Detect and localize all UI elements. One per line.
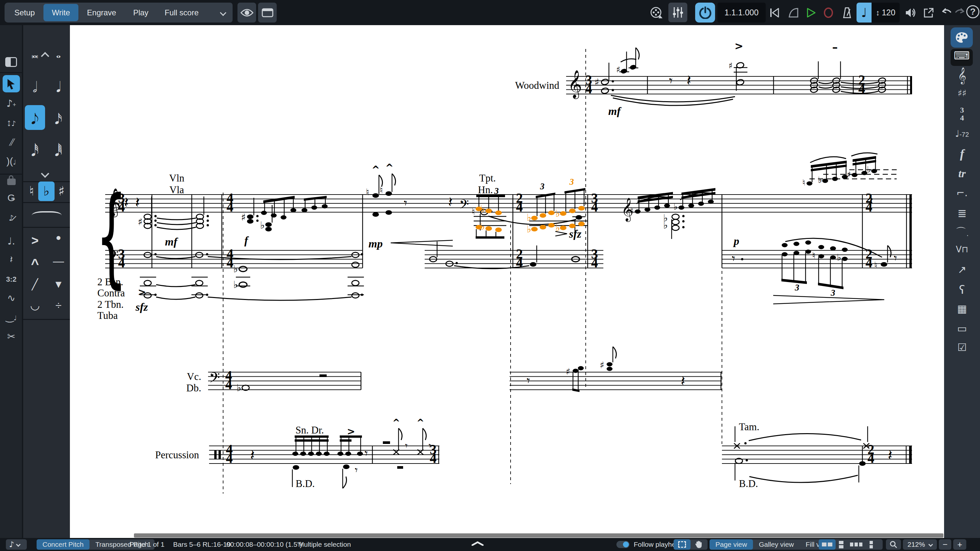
metronome-click-button[interactable] bbox=[840, 6, 853, 20]
scissors-button[interactable]: ✂ bbox=[0, 331, 22, 342]
rewind-button[interactable] bbox=[768, 6, 781, 19]
help-button[interactable]: ? bbox=[966, 5, 979, 18]
pitch-transform-button[interactable]: ↕♪ bbox=[0, 117, 22, 128]
rests-button[interactable]: 𝄽 bbox=[0, 254, 22, 265]
duration-half[interactable]: 𝅗𝅥 bbox=[33, 79, 37, 96]
layout-select[interactable]: Full score bbox=[158, 3, 232, 22]
percussion-notes[interactable]: 𝄽 > 𝄾 𝄾 ^ ^ 𝄾 𝄾 bbox=[250, 417, 431, 488]
spreads-vertical-button[interactable] bbox=[835, 539, 847, 550]
shorter-durations-chevron[interactable] bbox=[41, 170, 49, 178]
ties-button[interactable]: ‿♩ bbox=[0, 311, 22, 322]
play-button[interactable] bbox=[805, 6, 818, 19]
redo-button[interactable] bbox=[954, 6, 967, 19]
accidental-flat[interactable]: ♭ bbox=[43, 183, 50, 198]
spreads-horizontal-button[interactable] bbox=[819, 539, 835, 550]
rhythm-dot-button[interactable]: ♩. bbox=[0, 235, 22, 247]
note-display-menu[interactable]: ♪ bbox=[6, 539, 27, 550]
accidental-natural[interactable]: ♮ bbox=[29, 183, 34, 198]
tab-engrave[interactable]: Engrave bbox=[78, 4, 124, 21]
articulation-staccato[interactable]: • bbox=[56, 230, 61, 246]
panel-ornaments-button[interactable]: tr bbox=[944, 167, 980, 180]
note-input-button[interactable]: ♪+ bbox=[0, 98, 22, 109]
panel-time-signatures-button[interactable]: 34 bbox=[944, 106, 980, 122]
articulation-wedge[interactable]: ╱ bbox=[32, 278, 38, 291]
zoom-level-select[interactable]: 212% bbox=[903, 539, 937, 550]
duration-breve[interactable]: 𝅜 bbox=[32, 47, 38, 61]
hide-invisibles-button[interactable] bbox=[237, 3, 256, 22]
activate-project-button[interactable] bbox=[695, 3, 715, 22]
tuplets-button[interactable]: 3:2 bbox=[0, 275, 22, 284]
main-treble-high-run[interactable]: ♮ ♭ ♯ ♭ bbox=[802, 153, 897, 187]
dynamics[interactable]: mf mf f mp sfz > sfz p bbox=[135, 105, 884, 313]
articulation-tenuto[interactable]: — bbox=[53, 255, 64, 267]
tab-play[interactable]: Play bbox=[125, 4, 157, 21]
panels-button[interactable] bbox=[258, 3, 277, 22]
panel-key-signatures-button[interactable]: ♯♯ bbox=[944, 88, 980, 98]
panel-repeats-button[interactable]: ⌐. bbox=[944, 187, 980, 198]
panel-clefs-button[interactable]: 𝄞 bbox=[944, 67, 980, 84]
galley-view-button[interactable]: Galley view bbox=[753, 539, 800, 550]
panel-holds-button[interactable]: ⌒. bbox=[944, 225, 980, 240]
pages-vertical-button[interactable] bbox=[865, 539, 877, 550]
undo-button[interactable] bbox=[940, 6, 953, 19]
slur-button[interactable] bbox=[32, 211, 62, 220]
panel-toggle-icon[interactable] bbox=[5, 57, 17, 67]
duration-eighth[interactable]: 𝅘𝅥𝅮 bbox=[31, 111, 39, 128]
panel-tempo-button[interactable]: ♩-72 bbox=[944, 128, 980, 139]
panel-keyboard-button[interactable]: ⌨ bbox=[951, 49, 973, 66]
articulation-tenuto-staccato[interactable]: ÷ bbox=[56, 299, 62, 312]
panel-dynamics-button[interactable]: f bbox=[944, 146, 980, 161]
ornaments-button[interactable]: ∿ bbox=[0, 292, 22, 303]
video-button[interactable] bbox=[649, 6, 664, 20]
duration-sixteenth[interactable]: 𝅘𝅥𝅯 bbox=[55, 111, 62, 128]
articulation-marcato[interactable]: ^ bbox=[31, 256, 39, 272]
follow-playhead-toggle[interactable] bbox=[616, 541, 630, 548]
panel-bars-button[interactable]: ≣ bbox=[944, 206, 980, 220]
time-signatures[interactable]: 34 24 34 34 44 44 24 24 34 34 24 24 44 4… bbox=[118, 73, 875, 466]
collapse-handle-icon[interactable] bbox=[470, 541, 485, 546]
record-button[interactable] bbox=[822, 6, 835, 19]
play-from-selection-button[interactable] bbox=[787, 6, 800, 19]
volume-button[interactable] bbox=[904, 6, 917, 19]
duration-quarter[interactable]: 𝅘𝅥 bbox=[56, 79, 61, 96]
accidental-sharp[interactable]: ♯ bbox=[58, 183, 64, 198]
page-view-button[interactable]: Page view bbox=[710, 539, 753, 550]
panel-playing-techniques-button[interactable]: ʕ bbox=[944, 283, 980, 296]
playhead-position-display[interactable]: 1.1.1.000 bbox=[718, 3, 766, 22]
horizontal-scrollbar[interactable] bbox=[134, 534, 943, 538]
longer-durations-chevron[interactable] bbox=[41, 52, 49, 60]
articulation-accent[interactable]: > bbox=[31, 234, 38, 248]
tab-setup[interactable]: Setup bbox=[6, 4, 43, 21]
duration-sixtyfourth[interactable]: 𝅘𝅥𝅱 bbox=[55, 143, 62, 160]
panel-video-button[interactable]: ▦ bbox=[944, 303, 980, 315]
tempo-mode-button[interactable]: ♩ bbox=[856, 3, 872, 22]
score-page[interactable]: { 𝄞 𝄞 𝄢 𝄢 𝄞 𝄢 34 24 34 34 44 44 24 24 34… bbox=[70, 25, 944, 538]
panel-checklist-button[interactable]: ☑ bbox=[944, 341, 980, 354]
concert-pitch-button[interactable]: Concert Pitch bbox=[37, 539, 89, 550]
articulation-lv[interactable]: ◡ bbox=[30, 299, 40, 312]
panel-lines-button[interactable]: ↗ bbox=[944, 264, 980, 276]
woodwind-notes[interactable]: ♯ ♯ 𝄾 𝄽 > ♯ – bbox=[595, 40, 886, 105]
zoom-in-button[interactable]: + bbox=[953, 539, 966, 550]
grace-notes-button[interactable]: ♪̷ bbox=[0, 212, 22, 223]
panel-bowing-button[interactable]: V⊓ bbox=[944, 245, 980, 254]
marquee-tool-button[interactable] bbox=[674, 539, 690, 550]
insert-mode-button[interactable]: Ǥ bbox=[0, 192, 22, 203]
lock-icon[interactable] bbox=[7, 179, 16, 185]
tremolo-button[interactable]: ⫽ bbox=[0, 137, 22, 148]
vc-db-notes[interactable]: ♭ 𝄾 ♯ ♯ 𝄽 bbox=[237, 347, 685, 393]
zoom-out-button[interactable]: − bbox=[939, 539, 951, 550]
duration-thirtysecond[interactable]: 𝅘𝅥𝅰 bbox=[31, 143, 39, 160]
tab-write[interactable]: Write bbox=[43, 4, 79, 21]
zoom-search-button[interactable] bbox=[886, 539, 901, 550]
export-button[interactable] bbox=[922, 6, 935, 19]
duration-whole[interactable]: 𝅝 bbox=[56, 47, 61, 61]
voices-button[interactable]: )(♩ bbox=[0, 156, 22, 167]
panel-notations-button[interactable] bbox=[951, 27, 973, 48]
mixer-button[interactable] bbox=[668, 3, 687, 22]
pages-horizontal-button[interactable] bbox=[847, 539, 865, 550]
select-tool-button[interactable] bbox=[3, 75, 20, 92]
panel-comments-button[interactable]: ▭ bbox=[944, 322, 980, 335]
hand-tool-button[interactable] bbox=[690, 539, 707, 550]
tempo-display[interactable]: ↕ 120 bbox=[872, 3, 900, 22]
